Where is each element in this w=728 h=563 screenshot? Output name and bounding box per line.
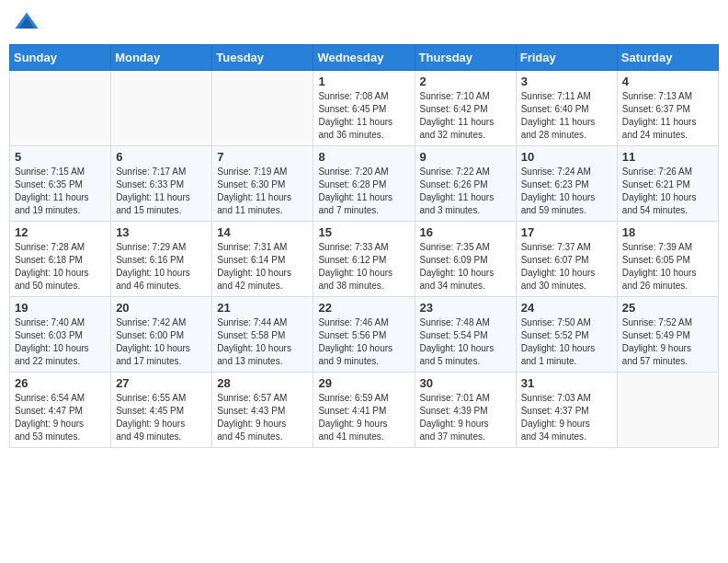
day-number: 15 xyxy=(318,225,409,239)
calendar-day-31: 31Sunrise: 7:03 AM Sunset: 4:37 PM Dayli… xyxy=(516,373,617,448)
calendar-day-24: 24Sunrise: 7:50 AM Sunset: 5:52 PM Dayli… xyxy=(516,297,617,373)
day-info: Sunrise: 7:01 AM Sunset: 4:39 PM Dayligh… xyxy=(420,392,511,443)
calendar-day-27: 27Sunrise: 6:55 AM Sunset: 4:45 PM Dayli… xyxy=(111,373,212,448)
calendar-day-25: 25Sunrise: 7:52 AM Sunset: 5:49 PM Dayli… xyxy=(617,297,718,373)
day-info: Sunrise: 7:15 AM Sunset: 6:35 PM Dayligh… xyxy=(15,166,106,217)
day-header-wednesday: Wednesday xyxy=(313,45,415,71)
calendar-day-6: 6Sunrise: 7:17 AM Sunset: 6:33 PM Daylig… xyxy=(111,146,212,222)
calendar-day-19: 19Sunrise: 7:40 AM Sunset: 6:03 PM Dayli… xyxy=(10,297,111,373)
calendar-week-5: 26Sunrise: 6:54 AM Sunset: 4:47 PM Dayli… xyxy=(10,373,719,448)
day-number: 26 xyxy=(15,376,106,390)
day-number: 27 xyxy=(116,376,207,390)
day-info: Sunrise: 7:20 AM Sunset: 6:28 PM Dayligh… xyxy=(318,166,409,217)
calendar-day-5: 5Sunrise: 7:15 AM Sunset: 6:35 PM Daylig… xyxy=(10,146,111,222)
day-number: 2 xyxy=(420,75,511,88)
day-number: 31 xyxy=(521,376,612,390)
calendar-day-17: 17Sunrise: 7:37 AM Sunset: 6:07 PM Dayli… xyxy=(516,222,617,297)
day-info: Sunrise: 7:11 AM Sunset: 6:40 PM Dayligh… xyxy=(521,90,612,142)
day-header-friday: Friday xyxy=(516,45,617,71)
calendar-day-22: 22Sunrise: 7:46 AM Sunset: 5:56 PM Dayli… xyxy=(313,297,415,373)
empty-day xyxy=(10,71,111,146)
day-info: Sunrise: 7:19 AM Sunset: 6:30 PM Dayligh… xyxy=(217,166,308,217)
day-info: Sunrise: 7:29 AM Sunset: 6:16 PM Dayligh… xyxy=(116,241,207,293)
day-info: Sunrise: 7:52 AM Sunset: 5:49 PM Dayligh… xyxy=(622,316,713,368)
day-info: Sunrise: 6:57 AM Sunset: 4:43 PM Dayligh… xyxy=(217,392,308,443)
day-info: Sunrise: 7:28 AM Sunset: 6:18 PM Dayligh… xyxy=(15,241,106,293)
day-number: 11 xyxy=(622,150,713,164)
day-number: 13 xyxy=(116,225,207,239)
day-number: 21 xyxy=(217,301,308,315)
day-header-sunday: Sunday xyxy=(10,45,111,71)
calendar-day-28: 28Sunrise: 6:57 AM Sunset: 4:43 PM Dayli… xyxy=(212,373,313,448)
day-info: Sunrise: 7:39 AM Sunset: 6:05 PM Dayligh… xyxy=(622,241,713,293)
day-number: 4 xyxy=(622,75,713,88)
calendar-day-29: 29Sunrise: 6:59 AM Sunset: 4:41 PM Dayli… xyxy=(313,373,415,448)
day-number: 30 xyxy=(420,376,511,390)
day-info: Sunrise: 7:24 AM Sunset: 6:23 PM Dayligh… xyxy=(521,166,612,217)
day-number: 22 xyxy=(318,301,409,315)
day-number: 29 xyxy=(318,376,409,390)
calendar-week-2: 5Sunrise: 7:15 AM Sunset: 6:35 PM Daylig… xyxy=(10,146,719,222)
day-header-thursday: Thursday xyxy=(415,45,516,71)
day-number: 14 xyxy=(217,225,308,239)
empty-day xyxy=(617,373,718,448)
day-info: Sunrise: 7:13 AM Sunset: 6:37 PM Dayligh… xyxy=(622,90,713,142)
day-number: 20 xyxy=(116,301,207,315)
day-number: 17 xyxy=(521,225,612,239)
calendar-day-20: 20Sunrise: 7:42 AM Sunset: 6:00 PM Dayli… xyxy=(111,297,212,373)
day-info: Sunrise: 6:54 AM Sunset: 4:47 PM Dayligh… xyxy=(15,392,106,443)
day-info: Sunrise: 7:03 AM Sunset: 4:37 PM Dayligh… xyxy=(521,392,612,443)
day-info: Sunrise: 7:22 AM Sunset: 6:26 PM Dayligh… xyxy=(420,166,511,217)
day-number: 12 xyxy=(15,225,106,239)
calendar-day-8: 8Sunrise: 7:20 AM Sunset: 6:28 PM Daylig… xyxy=(313,146,415,222)
calendar-week-4: 19Sunrise: 7:40 AM Sunset: 6:03 PM Dayli… xyxy=(10,297,719,373)
calendar-day-2: 2Sunrise: 7:10 AM Sunset: 6:42 PM Daylig… xyxy=(415,71,516,146)
logo-icon xyxy=(14,9,40,35)
calendar-day-16: 16Sunrise: 7:35 AM Sunset: 6:09 PM Dayli… xyxy=(415,222,516,297)
calendar-day-15: 15Sunrise: 7:33 AM Sunset: 6:12 PM Dayli… xyxy=(313,222,415,297)
day-number: 7 xyxy=(217,150,308,164)
day-header-monday: Monday xyxy=(111,45,212,71)
calendar-day-26: 26Sunrise: 6:54 AM Sunset: 4:47 PM Dayli… xyxy=(10,373,111,448)
day-info: Sunrise: 7:40 AM Sunset: 6:03 PM Dayligh… xyxy=(15,316,106,368)
day-number: 18 xyxy=(622,225,713,239)
day-number: 16 xyxy=(420,225,511,239)
logo xyxy=(14,9,43,35)
calendar-day-21: 21Sunrise: 7:44 AM Sunset: 5:58 PM Dayli… xyxy=(212,297,313,373)
calendar-day-3: 3Sunrise: 7:11 AM Sunset: 6:40 PM Daylig… xyxy=(516,71,617,146)
day-header-tuesday: Tuesday xyxy=(212,45,313,71)
day-header-saturday: Saturday xyxy=(617,45,718,71)
day-info: Sunrise: 7:48 AM Sunset: 5:54 PM Dayligh… xyxy=(420,316,511,368)
day-info: Sunrise: 7:31 AM Sunset: 6:14 PM Dayligh… xyxy=(217,241,308,293)
day-number: 8 xyxy=(318,150,409,164)
day-number: 9 xyxy=(420,150,511,164)
day-info: Sunrise: 6:55 AM Sunset: 4:45 PM Dayligh… xyxy=(116,392,207,443)
day-info: Sunrise: 7:50 AM Sunset: 5:52 PM Dayligh… xyxy=(521,316,612,368)
day-info: Sunrise: 7:17 AM Sunset: 6:33 PM Dayligh… xyxy=(116,166,207,217)
day-info: Sunrise: 7:10 AM Sunset: 6:42 PM Dayligh… xyxy=(420,90,511,142)
day-info: Sunrise: 7:44 AM Sunset: 5:58 PM Dayligh… xyxy=(217,316,308,368)
empty-day xyxy=(212,71,313,146)
calendar-day-12: 12Sunrise: 7:28 AM Sunset: 6:18 PM Dayli… xyxy=(10,222,111,297)
calendar-day-13: 13Sunrise: 7:29 AM Sunset: 6:16 PM Dayli… xyxy=(111,222,212,297)
calendar-day-11: 11Sunrise: 7:26 AM Sunset: 6:21 PM Dayli… xyxy=(617,146,718,222)
day-number: 28 xyxy=(217,376,308,390)
calendar-day-18: 18Sunrise: 7:39 AM Sunset: 6:05 PM Dayli… xyxy=(617,222,718,297)
calendar-day-23: 23Sunrise: 7:48 AM Sunset: 5:54 PM Dayli… xyxy=(415,297,516,373)
day-number: 1 xyxy=(318,75,409,88)
day-number: 23 xyxy=(420,301,511,315)
day-number: 6 xyxy=(116,150,207,164)
day-number: 24 xyxy=(521,301,612,315)
calendar-day-4: 4Sunrise: 7:13 AM Sunset: 6:37 PM Daylig… xyxy=(617,71,718,146)
day-info: Sunrise: 7:42 AM Sunset: 6:00 PM Dayligh… xyxy=(116,316,207,368)
day-number: 19 xyxy=(15,301,106,315)
day-info: Sunrise: 7:37 AM Sunset: 6:07 PM Dayligh… xyxy=(521,241,612,293)
calendar: SundayMondayTuesdayWednesdayThursdayFrid… xyxy=(9,44,719,448)
calendar-day-7: 7Sunrise: 7:19 AM Sunset: 6:30 PM Daylig… xyxy=(212,146,313,222)
day-number: 10 xyxy=(521,150,612,164)
calendar-week-1: 1Sunrise: 7:08 AM Sunset: 6:45 PM Daylig… xyxy=(10,71,719,146)
calendar-day-9: 9Sunrise: 7:22 AM Sunset: 6:26 PM Daylig… xyxy=(415,146,516,222)
day-number: 25 xyxy=(622,301,713,315)
day-info: Sunrise: 6:59 AM Sunset: 4:41 PM Dayligh… xyxy=(318,392,409,443)
calendar-header-row: SundayMondayTuesdayWednesdayThursdayFrid… xyxy=(10,45,719,71)
